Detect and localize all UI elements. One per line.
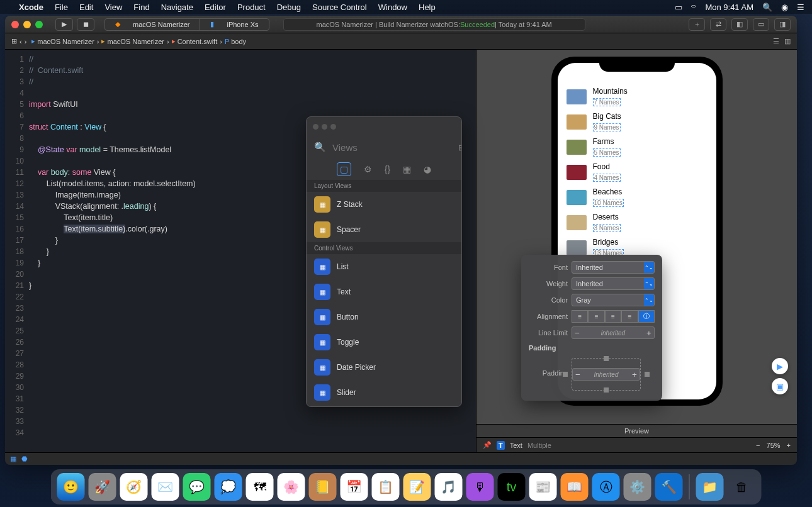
align-trailing-button[interactable]: ≡	[605, 310, 621, 323]
nav-back-icon[interactable]: ‹	[20, 38, 22, 45]
dock-app-chat[interactable]: 💭	[215, 473, 242, 501]
menu-find[interactable]: Find	[133, 3, 149, 12]
padding-handle-top[interactable]	[604, 356, 609, 361]
wifi-icon[interactable]: ⌔	[691, 3, 696, 12]
dock-app-calendar[interactable]: 📅	[341, 473, 368, 501]
code-review-button[interactable]: ⇄	[710, 18, 726, 31]
grid-view-icon[interactable]: ⊞	[458, 143, 462, 152]
dock-app-books[interactable]: 📖	[561, 473, 589, 501]
library-item[interactable]: ▦Z Stack	[307, 192, 461, 217]
menu-view[interactable]: View	[104, 3, 122, 12]
views-tab-icon[interactable]: ▢	[337, 162, 351, 176]
pin-icon[interactable]: 📌	[483, 441, 492, 449]
library-item[interactable]: ▦List	[307, 254, 461, 279]
align-leading-button[interactable]: ≡	[572, 310, 588, 323]
window-close-button[interactable]	[11, 21, 19, 28]
siri-icon[interactable]: ◉	[781, 3, 788, 12]
color-select[interactable]: Gray⌃⌄	[572, 294, 655, 306]
toggle-navigator-button[interactable]: ◧	[731, 18, 748, 31]
scheme-selector[interactable]: ◆macOS Namerizer ▮iPhone Xs	[104, 18, 269, 31]
line-limit-stepper[interactable]: −inherited+	[572, 326, 655, 339]
dock-app-photos[interactable]: 🌸	[278, 473, 305, 501]
breadcrumb[interactable]: P body	[225, 38, 246, 45]
modifiers-tab-icon[interactable]: ⚙	[364, 164, 372, 174]
font-select[interactable]: Inherited⌃⌄	[572, 261, 655, 274]
related-items-icon[interactable]: ⊞	[11, 37, 17, 45]
media-tab-icon[interactable]: ▦	[403, 164, 411, 174]
dock-app-finder[interactable]: 🙂	[57, 473, 85, 501]
padding-stepper[interactable]: −Inherited+	[572, 368, 640, 381]
dock-app-tv[interactable]: tv	[498, 473, 526, 501]
breadcrumb[interactable]: ▸Content.swift	[172, 37, 218, 45]
list-row[interactable]: Food4 Names	[558, 160, 716, 185]
debug-step-icon[interactable]: ⬣	[21, 455, 28, 463]
menu-source-control[interactable]: Source Control	[312, 3, 367, 12]
dock-app-podcasts[interactable]: 🎙	[466, 473, 494, 501]
zoom-out-button[interactable]: −	[756, 442, 760, 449]
menu-window[interactable]: Window	[378, 3, 407, 12]
dock-app-reminders[interactable]: 📋	[372, 473, 400, 501]
dock-trash[interactable]: 🗑	[728, 473, 755, 501]
library-item[interactable]: ▦Button	[307, 304, 461, 330]
dock-app-launchpad[interactable]: 🚀	[89, 473, 116, 501]
menu-navigate[interactable]: Navigate	[161, 3, 193, 12]
breadcrumb[interactable]: ▸macOS Namerizer	[101, 37, 164, 45]
colors-tab-icon[interactable]: ◕	[424, 164, 431, 174]
zoom-in-button[interactable]: +	[787, 442, 791, 449]
stop-button[interactable]: ◼	[77, 18, 94, 31]
run-button[interactable]: ▶	[55, 18, 73, 31]
dock-app-music[interactable]: 🎵	[435, 473, 463, 501]
control-center-icon[interactable]: ☰	[797, 3, 804, 12]
menu-help[interactable]: Help	[419, 3, 436, 12]
dock-app-mail[interactable]: ✉️	[152, 473, 179, 501]
align-center-button[interactable]: ≡	[588, 310, 604, 323]
toggle-inspector-button[interactable]: ◨	[774, 18, 791, 31]
editor-options-icon[interactable]: ☰	[773, 37, 779, 45]
spotlight-icon[interactable]: 🔍	[762, 3, 772, 12]
device-settings-button[interactable]: ▣	[772, 378, 788, 394]
library-search-input[interactable]	[332, 142, 452, 153]
list-row[interactable]: Big Cats9 Names	[558, 109, 716, 135]
dock-app-notes[interactable]: 📝	[403, 473, 431, 501]
list-row[interactable]: Beaches10 Names	[558, 185, 716, 210]
list-row[interactable]: Deserts3 Names	[558, 210, 716, 235]
dock-app-contacts[interactable]: 📒	[309, 473, 337, 501]
airplay-icon[interactable]: ▭	[675, 3, 682, 12]
dock-app-safari[interactable]: 🧭	[120, 473, 148, 501]
list-row[interactable]: Farms5 Names	[558, 135, 716, 160]
padding-handle-bottom[interactable]	[604, 387, 609, 393]
dock-app-xcode[interactable]: 🔨	[655, 473, 683, 501]
snippets-tab-icon[interactable]: {}	[385, 164, 390, 174]
menubar-clock[interactable]: Mon 9:41 AM	[705, 3, 753, 12]
padding-handle-right[interactable]	[645, 372, 650, 377]
library-item[interactable]: ▦Text	[307, 279, 461, 304]
dock-app-messages[interactable]: 💬	[183, 473, 211, 501]
menu-debug[interactable]: Debug	[277, 3, 301, 12]
align-justify-button[interactable]: ≡	[621, 310, 638, 323]
dock-app-settings[interactable]: ⚙️	[624, 473, 651, 501]
library-item[interactable]: ▦Date Picker	[307, 355, 461, 380]
dock-app-maps[interactable]: 🗺	[246, 473, 274, 501]
library-item[interactable]: ▦Spacer	[307, 217, 461, 242]
list-row[interactable]: Mountains7 Names	[558, 84, 716, 109]
menu-file[interactable]: File	[55, 3, 68, 12]
library-button[interactable]: ＋	[689, 18, 705, 31]
toggle-breakpoints-icon[interactable]: ▦	[10, 455, 16, 463]
window-minimize-button[interactable]	[23, 21, 31, 28]
menubar-app-name[interactable]: Xcode	[19, 3, 43, 12]
library-item[interactable]: ▦Toggle	[307, 330, 461, 355]
dock-app-news[interactable]: 📰	[529, 473, 557, 501]
window-zoom-button[interactable]	[35, 21, 43, 28]
dock-app-appstore[interactable]: Ⓐ	[592, 473, 620, 501]
menu-edit[interactable]: Edit	[79, 3, 93, 12]
padding-handle-left[interactable]	[563, 372, 568, 377]
breadcrumb[interactable]: ▸macOS Namerizer	[31, 37, 94, 45]
nav-forward-icon[interactable]: ›	[25, 38, 27, 45]
weight-select[interactable]: Inherited⌃⌄	[572, 277, 655, 290]
adjust-editor-icon[interactable]: ▥	[784, 37, 791, 45]
menu-editor[interactable]: Editor	[205, 3, 226, 12]
toggle-debug-button[interactable]: ▭	[753, 18, 769, 31]
align-info-button[interactable]: ⓘ	[638, 310, 655, 323]
dock-downloads[interactable]: 📁	[696, 473, 724, 501]
library-item[interactable]: ▦Slider	[307, 380, 461, 405]
